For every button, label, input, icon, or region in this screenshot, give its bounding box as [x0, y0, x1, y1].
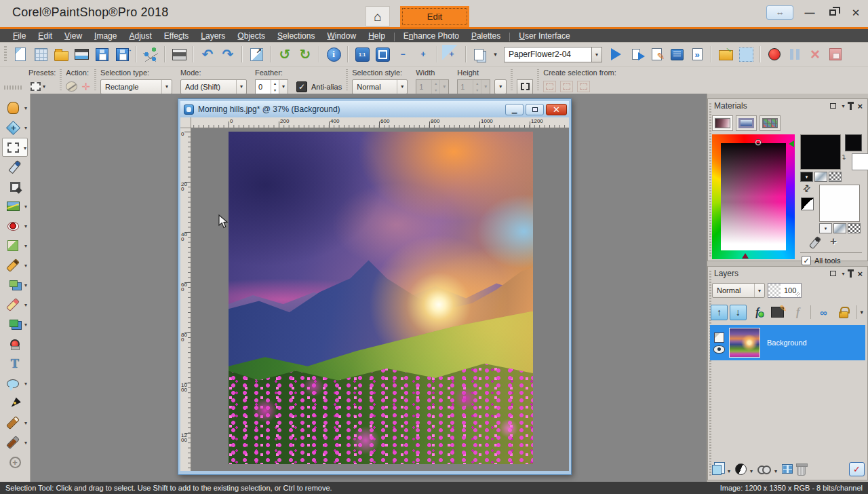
blend-mode-dropdown[interactable]: Normal▾	[712, 283, 765, 298]
chevron-down-icon[interactable]: ▾	[774, 468, 777, 474]
move-layer-down-button[interactable]: ↓	[730, 305, 747, 320]
pin-icon[interactable]	[850, 104, 852, 110]
script-preset-dropdown-arrow[interactable]: ▾	[592, 47, 602, 62]
layer-visibility-icon[interactable]	[713, 345, 725, 354]
swatches-tab[interactable]	[760, 115, 781, 131]
selection-style-dropdown[interactable]: Normal▾	[352, 79, 408, 94]
new-image-icon[interactable]	[11, 45, 30, 64]
lock-transparency-button[interactable]	[835, 304, 853, 320]
menu-item[interactable]: File	[7, 29, 32, 42]
browse-images-icon[interactable]	[31, 45, 50, 64]
zoom-one-to-one-icon[interactable]	[353, 45, 372, 64]
opacity-field[interactable]: 100	[768, 283, 802, 298]
more-tools[interactable]	[2, 453, 28, 472]
palette-menu-icon[interactable]: ▾	[842, 271, 844, 277]
home-tab-button[interactable]: ⌂	[366, 6, 390, 26]
minimize-button[interactable]: —	[803, 6, 816, 20]
chevron-down-icon[interactable]: ▾	[161, 80, 172, 94]
antialias-checkbox[interactable]: ✓	[296, 81, 307, 92]
chevron-down-icon[interactable]: ▾	[397, 80, 407, 94]
zoom-in-icon[interactable]	[414, 45, 433, 64]
back-color-style-button[interactable]: ▾	[819, 223, 832, 233]
preset-shape-tool[interactable]	[2, 374, 28, 393]
dropper-tool[interactable]	[2, 157, 28, 176]
save-icon[interactable]	[92, 45, 111, 64]
move-tool[interactable]	[2, 118, 28, 137]
document-window[interactable]: Morning hills.jpg* @ 37% (Background) ▁ …	[178, 98, 572, 475]
resize-icon[interactable]	[247, 45, 266, 64]
menu-item[interactable]: Enhance Photo	[397, 29, 465, 42]
hue-marker-bottom[interactable]	[742, 253, 749, 259]
menu-item[interactable]: Layers	[195, 29, 231, 42]
swap-materials-icon[interactable]: ⇄	[800, 182, 812, 194]
makeover-tool[interactable]	[2, 236, 28, 255]
red-eye-tool[interactable]	[2, 216, 28, 235]
swap-colors-icon[interactable]: ↩	[840, 154, 848, 159]
new-layer-group-button[interactable]	[781, 461, 794, 477]
hue-ring-field[interactable]	[712, 134, 795, 259]
new-layer-button[interactable]	[711, 461, 726, 477]
run-quick-script-icon[interactable]	[688, 45, 707, 64]
layer-row-background[interactable]: Background	[710, 325, 865, 360]
undo-history-icon[interactable]	[275, 45, 294, 64]
photo-morning-hills[interactable]	[229, 132, 533, 464]
script-preset-input[interactable]	[504, 47, 592, 62]
dropper-icon[interactable]	[807, 236, 821, 250]
palette-menu-icon[interactable]: ▾	[842, 103, 844, 109]
close-icon[interactable]: ×	[857, 269, 863, 278]
back-pattern-style-button[interactable]	[848, 223, 861, 233]
straighten-tool[interactable]	[2, 197, 28, 216]
foreground-color-chip[interactable]	[845, 134, 862, 151]
script-output-palette-icon[interactable]	[667, 45, 686, 64]
menu-item[interactable]: Objects	[231, 29, 271, 42]
warp-brush-tool[interactable]	[2, 413, 28, 432]
chevron-down-icon[interactable]: ▾	[754, 284, 764, 297]
fore-color-style-button[interactable]: ▾	[800, 172, 813, 182]
new-mask-layer-button[interactable]	[756, 461, 772, 477]
open-image-icon[interactable]	[52, 45, 71, 64]
fit-image-to-window-icon[interactable]	[373, 45, 392, 64]
background-color-chip[interactable]	[852, 153, 868, 170]
chevron-down-icon[interactable]: ▾	[750, 468, 753, 474]
layer-effects-button[interactable]: f	[749, 304, 767, 320]
restore-button[interactable]	[826, 6, 840, 20]
oil-brush-tool[interactable]	[2, 433, 28, 452]
mode-dropdown[interactable]: Add (Shift)▾	[180, 79, 247, 94]
redo-icon[interactable]	[218, 45, 237, 64]
options-bar-grip[interactable]	[4, 86, 22, 90]
document-titlebar[interactable]: Morning hills.jpg* @ 37% (Background) ▁ …	[180, 101, 569, 117]
edit-selection-button[interactable]: ✓	[849, 462, 865, 476]
menu-item[interactable]: Palettes	[465, 29, 507, 42]
menu-item[interactable]: User Interface	[513, 29, 576, 42]
chevron-down-icon[interactable]: ▾	[236, 80, 246, 94]
float-palette-icon[interactable]	[830, 271, 836, 276]
saturation-field[interactable]	[721, 143, 786, 250]
back-gradient-style-button[interactable]	[833, 223, 846, 233]
text-tool[interactable]	[2, 354, 28, 373]
copy-special-arrow[interactable]	[491, 45, 500, 64]
fore-gradient-style-button[interactable]	[814, 172, 827, 182]
menu-item[interactable]: Window	[321, 29, 362, 42]
background-material-swatch[interactable]	[819, 185, 860, 222]
start-script-recording-icon[interactable]	[765, 45, 784, 64]
layers-toolbar-overflow[interactable]: ▾	[861, 309, 865, 316]
menu-item[interactable]: Effects	[158, 29, 195, 42]
zoom-out-icon[interactable]	[393, 45, 412, 64]
edit-layer-button[interactable]	[768, 304, 787, 320]
toolbar-grip[interactable]	[4, 46, 7, 62]
scan-acquire-icon[interactable]	[72, 45, 91, 64]
edit-workspace-tab[interactable]: Edit	[400, 6, 469, 27]
doc-close-button[interactable]: ✕	[546, 104, 567, 115]
zoom-to-selection-icon[interactable]	[442, 45, 461, 64]
fore-pattern-style-button[interactable]	[829, 172, 842, 182]
open-script-folder-icon[interactable]	[716, 45, 735, 64]
hue-marker-right[interactable]	[789, 140, 794, 147]
close-icon[interactable]: ×	[857, 102, 863, 111]
copy-special-icon[interactable]	[471, 45, 490, 64]
menu-item[interactable]: View	[58, 29, 88, 42]
image-information-icon[interactable]	[324, 45, 343, 64]
pin-icon[interactable]	[850, 271, 852, 278]
custom-selection-button[interactable]	[517, 79, 533, 94]
canvas-area[interactable]	[191, 128, 569, 471]
black-white-reset-swatch[interactable]	[801, 197, 814, 210]
